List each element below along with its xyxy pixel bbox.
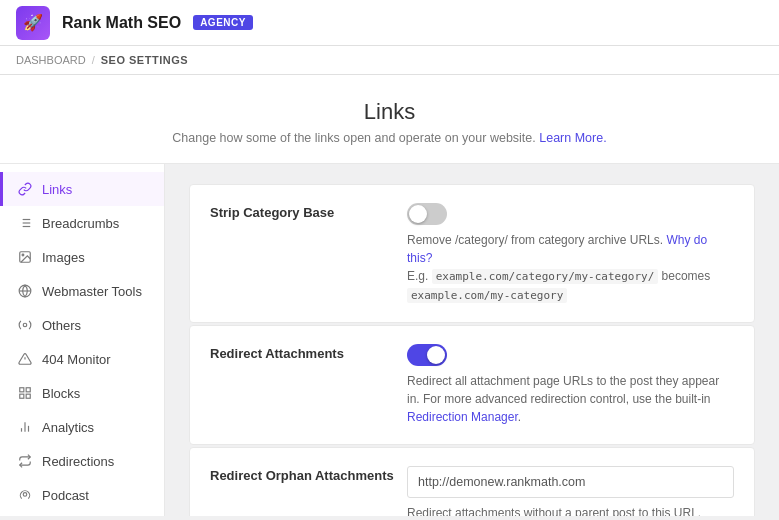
page-description: Change how some of the links open and op…	[16, 131, 763, 145]
redirect-attachments-label: Redirect Attachments	[210, 344, 395, 361]
sidebar-item-breadcrumbs[interactable]: Breadcrumbs	[0, 206, 164, 240]
sidebar-label-blocks: Blocks	[42, 386, 80, 401]
sidebar-item-others[interactable]: Others	[0, 308, 164, 342]
sidebar-label-redirections: Redirections	[42, 454, 114, 469]
sidebar-item-404-monitor[interactable]: 404 Monitor	[0, 342, 164, 376]
sidebar-item-podcast[interactable]: Podcast	[0, 478, 164, 512]
content-area: Links Change how some of the links open …	[0, 75, 779, 516]
redirect-attachments-toggle[interactable]	[407, 344, 447, 366]
sidebar-item-analytics[interactable]: Analytics	[0, 410, 164, 444]
breadcrumb-current: SEO SETTINGS	[101, 54, 188, 66]
blocks-icon	[17, 385, 33, 401]
sidebar-item-redirections[interactable]: Redirections	[0, 444, 164, 478]
svg-rect-13	[20, 388, 24, 392]
strip-category-label: Strip Category Base	[210, 203, 395, 220]
webmaster-icon	[17, 283, 33, 299]
sidebar-label-podcast: Podcast	[42, 488, 89, 503]
redirect-orphan-label: Redirect Orphan Attachments	[210, 466, 395, 483]
app-title: Rank Math SEO	[62, 14, 181, 32]
sidebar-label-webmaster: Webmaster Tools	[42, 284, 142, 299]
strip-category-code2: example.com/my-category	[407, 288, 567, 303]
redirect-orphan-control: Redirect attachments without a parent po…	[407, 466, 734, 516]
strip-category-desc: Remove /category/ from category archive …	[407, 231, 734, 304]
svg-point-10	[23, 323, 27, 327]
sidebar-item-images[interactable]: Images	[0, 240, 164, 274]
page-header: Links Change how some of the links open …	[0, 75, 779, 164]
images-icon	[17, 249, 33, 265]
agency-badge: AGENCY	[193, 15, 253, 30]
breadcrumb-separator: /	[92, 54, 95, 66]
monitor-icon	[17, 351, 33, 367]
settings-body: Links Breadcrumbs Images	[0, 164, 779, 516]
main-wrapper: Links Change how some of the links open …	[0, 75, 779, 516]
svg-point-20	[23, 493, 27, 497]
breadcrumb: DASHBOARD / SEO SETTINGS	[0, 46, 779, 75]
svg-rect-16	[20, 394, 24, 398]
redirect-attachments-row: Redirect Attachments Redirect all attach…	[189, 325, 755, 445]
breadcrumb-home[interactable]: DASHBOARD	[16, 54, 86, 66]
sidebar-item-blocks[interactable]: Blocks	[0, 376, 164, 410]
links-icon	[17, 181, 33, 197]
svg-point-7	[22, 254, 24, 256]
sidebar-label-links: Links	[42, 182, 72, 197]
redirections-icon	[17, 453, 33, 469]
app-header: 🚀 Rank Math SEO AGENCY	[0, 0, 779, 46]
breadcrumbs-icon	[17, 215, 33, 231]
sidebar: Links Breadcrumbs Images	[0, 164, 165, 516]
sidebar-label-others: Others	[42, 318, 81, 333]
strip-category-control: Remove /category/ from category archive …	[407, 203, 734, 304]
analytics-icon	[17, 419, 33, 435]
sidebar-label-analytics: Analytics	[42, 420, 94, 435]
strip-category-code1: example.com/category/my-category/	[432, 269, 659, 284]
podcast-icon	[17, 487, 33, 503]
sidebar-label-breadcrumbs: Breadcrumbs	[42, 216, 119, 231]
others-icon	[17, 317, 33, 333]
strip-category-toggle[interactable]	[407, 203, 447, 225]
learn-more-link[interactable]: Learn More.	[539, 131, 606, 145]
sidebar-label-images: Images	[42, 250, 85, 265]
strip-category-base-row: Strip Category Base Remove /category/ fr…	[189, 184, 755, 323]
redirect-orphan-row: Redirect Orphan Attachments Redirect att…	[189, 447, 755, 516]
app-logo: 🚀	[16, 6, 50, 40]
svg-rect-15	[26, 394, 30, 398]
redirection-manager-link[interactable]: Redirection Manager	[407, 410, 518, 424]
redirect-orphan-desc: Redirect attachments without a parent po…	[407, 504, 734, 516]
settings-content: Strip Category Base Remove /category/ fr…	[165, 164, 779, 516]
svg-rect-14	[26, 388, 30, 392]
redirect-attachments-control: Redirect all attachment page URLs to the…	[407, 344, 734, 426]
logo-icon: 🚀	[23, 13, 43, 32]
page-title: Links	[16, 99, 763, 125]
sidebar-item-webmaster-tools[interactable]: Webmaster Tools	[0, 274, 164, 308]
sidebar-item-links[interactable]: Links	[0, 172, 164, 206]
redirect-attachments-desc: Redirect all attachment page URLs to the…	[407, 372, 734, 426]
redirect-orphan-input[interactable]	[407, 466, 734, 498]
sidebar-label-404: 404 Monitor	[42, 352, 111, 367]
